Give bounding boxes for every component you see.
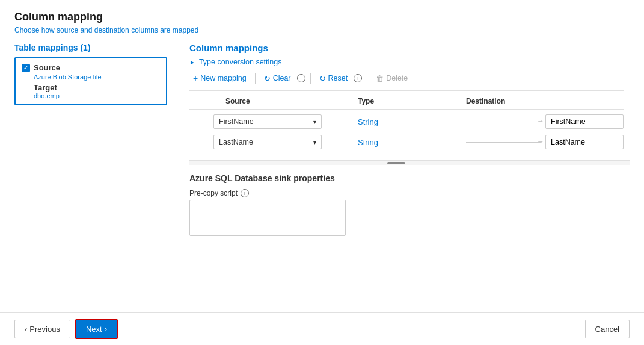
destination-input-2[interactable] (545, 135, 624, 149)
delete-label: Delete (386, 74, 408, 82)
page-subtitle: Choose how source and destination column… (14, 26, 630, 34)
chevron-right-icon: › (105, 325, 107, 334)
next-label: Next (86, 325, 102, 334)
previous-label: Previous (29, 325, 60, 334)
mapping-table-header: Source Type Destination (189, 97, 624, 110)
pre-copy-label: Pre-copy script i (189, 189, 630, 197)
column-mappings-title: Column mappings (189, 43, 624, 53)
reset-info-icon: i (354, 74, 362, 82)
dest-row-1 (466, 114, 624, 129)
source-label: Source (34, 63, 60, 72)
divider-2 (310, 73, 311, 84)
checkbox-icon: ✓ (22, 64, 30, 72)
table-mappings-title: Table mappings (1) (14, 43, 167, 52)
target-sub-label: dbo.emp (22, 92, 160, 99)
header-source: Source (225, 97, 358, 105)
new-mapping-label: New mapping (200, 74, 246, 82)
reset-icon: ↻ (319, 74, 326, 83)
clear-refresh-icon: ↻ (264, 74, 271, 83)
destination-input-1[interactable] (545, 114, 624, 129)
previous-button[interactable]: ‹ Previous (14, 320, 70, 338)
cancel-label: Cancel (595, 325, 619, 334)
target-label: Target (22, 83, 160, 92)
dest-row-2 (466, 135, 624, 149)
scrollbar-thumb (387, 162, 405, 164)
header-type: Type (358, 97, 466, 105)
azure-section-title: Azure SQL Database sink properties (189, 173, 630, 183)
clear-info-icon: i (297, 74, 305, 82)
footer: ‹ Previous Next › Cancel (0, 312, 644, 345)
pre-copy-textarea[interactable] (189, 200, 346, 236)
clear-label: Clear (273, 74, 291, 82)
source-dropdown-2[interactable]: LastName ▾ (213, 135, 322, 149)
plus-icon: + (193, 73, 198, 83)
chevron-right-icon: ► (189, 59, 195, 66)
type-value-2: String (346, 138, 466, 147)
chevron-down-icon-2: ▾ (313, 139, 316, 146)
new-mapping-button[interactable]: + New mapping (189, 72, 250, 84)
type-conversion-label: Type conversion settings (199, 58, 282, 66)
cancel-button[interactable]: Cancel (585, 320, 630, 338)
clear-button[interactable]: ↻ Clear (260, 73, 295, 84)
source-value-2: LastName (219, 138, 253, 146)
trash-icon: 🗑 (376, 74, 384, 83)
pre-copy-info-icon: i (241, 189, 249, 197)
table-row: LastName ▾ String (189, 135, 624, 149)
page-title: Column mapping (14, 11, 630, 23)
type-conversion-row[interactable]: ► Type conversion settings (189, 58, 624, 66)
divider-1 (255, 73, 256, 84)
footer-left: ‹ Previous Next › (14, 319, 118, 339)
arrow-line-1 (466, 122, 541, 122)
azure-sql-section: Azure SQL Database sink properties Pre-c… (189, 165, 630, 244)
source-dropdown-1[interactable]: FirstName ▾ (213, 114, 322, 129)
horizontal-scrollbar[interactable] (189, 160, 630, 165)
table-row: FirstName ▾ String (189, 114, 624, 129)
chevron-left-icon: ‹ (25, 325, 27, 334)
divider-3 (367, 73, 367, 84)
reset-label: Reset (328, 74, 348, 82)
table-mapping-item[interactable]: ✓ Source Azure Blob Storage file Target … (14, 57, 167, 105)
source-value-1: FirstName (219, 117, 254, 126)
next-button[interactable]: Next › (75, 319, 118, 339)
type-value-1: String (346, 117, 466, 126)
reset-button[interactable]: ↻ Reset (316, 73, 352, 84)
arrow-line-2 (466, 142, 541, 143)
delete-button[interactable]: 🗑 Delete (372, 73, 411, 84)
toolbar: + New mapping ↻ Clear i ↻ Reset i (189, 72, 624, 91)
source-sub-label: Azure Blob Storage file (22, 73, 160, 81)
chevron-down-icon-1: ▾ (313, 119, 316, 125)
header-destination: Destination (466, 97, 624, 105)
